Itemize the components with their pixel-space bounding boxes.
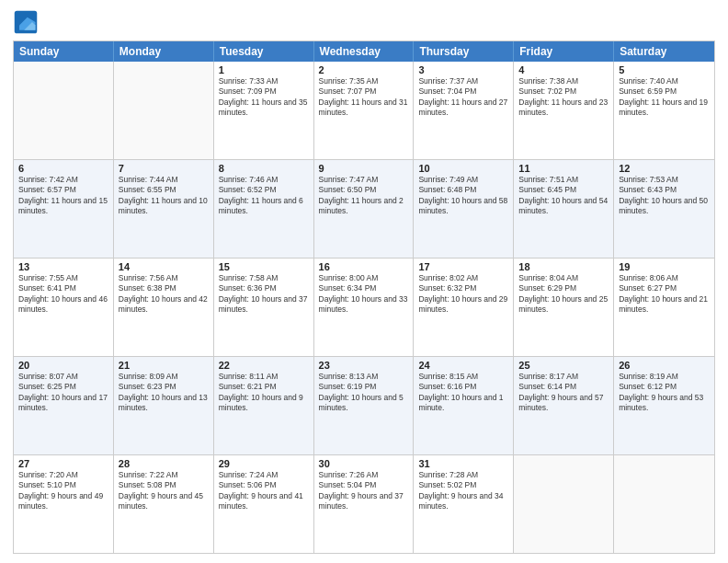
day-number: 26 (619, 360, 710, 371)
day-number: 24 (418, 360, 508, 371)
calendar-cell: 31Sunrise: 7:28 AM Sunset: 5:02 PM Dayli… (414, 455, 514, 553)
calendar-cell: 20Sunrise: 8:07 AM Sunset: 6:25 PM Dayli… (14, 357, 114, 454)
cell-info: Sunrise: 8:00 AM Sunset: 6:34 PM Dayligh… (319, 273, 409, 316)
day-number: 6 (18, 163, 108, 174)
cell-info: Sunrise: 8:13 AM Sunset: 6:19 PM Dayligh… (319, 372, 409, 414)
day-number: 17 (418, 261, 508, 272)
day-number: 9 (319, 163, 409, 174)
calendar-cell: 25Sunrise: 8:17 AM Sunset: 6:14 PM Dayli… (514, 357, 614, 454)
header-day-sunday: Sunday (14, 41, 114, 62)
calendar-row-3: 20Sunrise: 8:07 AM Sunset: 6:25 PM Dayli… (14, 357, 714, 455)
cell-info: Sunrise: 7:38 AM Sunset: 7:02 PM Dayligh… (518, 76, 609, 119)
cell-info: Sunrise: 7:46 AM Sunset: 6:52 PM Dayligh… (219, 175, 309, 217)
cell-info: Sunrise: 8:04 AM Sunset: 6:29 PM Dayligh… (518, 273, 609, 316)
calendar-cell: 8Sunrise: 7:46 AM Sunset: 6:52 PM Daylig… (214, 160, 314, 258)
day-number: 22 (219, 360, 309, 371)
calendar-cell: 7Sunrise: 7:44 AM Sunset: 6:55 PM Daylig… (114, 160, 214, 258)
day-number: 25 (518, 360, 609, 371)
calendar-row-2: 13Sunrise: 7:55 AM Sunset: 6:41 PM Dayli… (14, 259, 714, 357)
calendar-cell: 2Sunrise: 7:35 AM Sunset: 7:07 PM Daylig… (314, 62, 415, 159)
cell-info: Sunrise: 7:24 AM Sunset: 5:06 PM Dayligh… (219, 470, 309, 512)
calendar-cell: 12Sunrise: 7:53 AM Sunset: 6:43 PM Dayli… (614, 160, 714, 258)
logo-icon (13, 9, 39, 35)
day-number: 3 (418, 64, 508, 75)
cell-info: Sunrise: 8:09 AM Sunset: 6:23 PM Dayligh… (119, 372, 209, 414)
calendar-body: 1Sunrise: 7:33 AM Sunset: 7:09 PM Daylig… (14, 62, 714, 553)
day-number: 2 (319, 64, 409, 75)
cell-info: Sunrise: 7:58 AM Sunset: 6:36 PM Dayligh… (219, 273, 309, 316)
calendar-cell: 22Sunrise: 8:11 AM Sunset: 6:21 PM Dayli… (214, 357, 314, 454)
logo (13, 9, 42, 35)
day-number: 14 (119, 261, 209, 272)
day-number: 19 (619, 261, 710, 272)
calendar-cell: 26Sunrise: 8:19 AM Sunset: 6:12 PM Dayli… (614, 357, 714, 454)
calendar-row-0: 1Sunrise: 7:33 AM Sunset: 7:09 PM Daylig… (14, 62, 714, 160)
cell-info: Sunrise: 8:15 AM Sunset: 6:16 PM Dayligh… (418, 372, 508, 414)
calendar-cell (114, 62, 214, 159)
cell-info: Sunrise: 7:56 AM Sunset: 6:38 PM Dayligh… (119, 273, 209, 316)
calendar-cell: 13Sunrise: 7:55 AM Sunset: 6:41 PM Dayli… (14, 259, 114, 356)
calendar-cell: 30Sunrise: 7:26 AM Sunset: 5:04 PM Dayli… (314, 455, 415, 553)
cell-info: Sunrise: 8:17 AM Sunset: 6:14 PM Dayligh… (518, 372, 609, 414)
calendar-cell: 23Sunrise: 8:13 AM Sunset: 6:19 PM Dayli… (314, 357, 415, 454)
header-day-tuesday: Tuesday (214, 41, 314, 62)
day-number: 12 (619, 163, 710, 174)
header (13, 9, 715, 35)
day-number: 29 (219, 458, 309, 469)
cell-info: Sunrise: 7:55 AM Sunset: 6:41 PM Dayligh… (18, 273, 108, 316)
cell-info: Sunrise: 7:37 AM Sunset: 7:04 PM Dayligh… (418, 76, 508, 119)
day-number: 27 (18, 458, 108, 469)
day-number: 4 (518, 64, 609, 75)
calendar-cell: 27Sunrise: 7:20 AM Sunset: 5:10 PM Dayli… (14, 455, 114, 553)
calendar-cell: 3Sunrise: 7:37 AM Sunset: 7:04 PM Daylig… (414, 62, 514, 159)
calendar: SundayMondayTuesdayWednesdayThursdayFrid… (13, 40, 715, 554)
calendar-cell: 1Sunrise: 7:33 AM Sunset: 7:09 PM Daylig… (214, 62, 314, 159)
cell-info: Sunrise: 7:22 AM Sunset: 5:08 PM Dayligh… (119, 470, 209, 512)
cell-info: Sunrise: 7:20 AM Sunset: 5:10 PM Dayligh… (18, 470, 108, 512)
calendar-cell: 6Sunrise: 7:42 AM Sunset: 6:57 PM Daylig… (14, 160, 114, 258)
calendar-cell: 16Sunrise: 8:00 AM Sunset: 6:34 PM Dayli… (314, 259, 415, 356)
cell-info: Sunrise: 7:33 AM Sunset: 7:09 PM Dayligh… (219, 76, 309, 119)
day-number: 20 (18, 360, 108, 371)
day-number: 28 (119, 458, 209, 469)
calendar-cell: 28Sunrise: 7:22 AM Sunset: 5:08 PM Dayli… (114, 455, 214, 553)
cell-info: Sunrise: 8:19 AM Sunset: 6:12 PM Dayligh… (619, 372, 710, 414)
calendar-cell: 10Sunrise: 7:49 AM Sunset: 6:48 PM Dayli… (414, 160, 514, 258)
calendar-row-4: 27Sunrise: 7:20 AM Sunset: 5:10 PM Dayli… (14, 455, 714, 553)
cell-info: Sunrise: 7:35 AM Sunset: 7:07 PM Dayligh… (319, 76, 409, 119)
calendar-cell: 18Sunrise: 8:04 AM Sunset: 6:29 PM Dayli… (514, 259, 614, 356)
calendar-cell (614, 455, 714, 553)
cell-info: Sunrise: 8:06 AM Sunset: 6:27 PM Dayligh… (619, 273, 710, 316)
cell-info: Sunrise: 7:42 AM Sunset: 6:57 PM Dayligh… (18, 175, 108, 217)
cell-info: Sunrise: 7:47 AM Sunset: 6:50 PM Dayligh… (319, 175, 409, 217)
day-number: 23 (319, 360, 409, 371)
calendar-cell: 15Sunrise: 7:58 AM Sunset: 6:36 PM Dayli… (214, 259, 314, 356)
calendar-cell: 9Sunrise: 7:47 AM Sunset: 6:50 PM Daylig… (314, 160, 415, 258)
cell-info: Sunrise: 7:44 AM Sunset: 6:55 PM Dayligh… (119, 175, 209, 217)
day-number: 13 (18, 261, 108, 272)
calendar-cell: 24Sunrise: 8:15 AM Sunset: 6:16 PM Dayli… (414, 357, 514, 454)
calendar-cell: 19Sunrise: 8:06 AM Sunset: 6:27 PM Dayli… (614, 259, 714, 356)
day-number: 1 (219, 64, 309, 75)
cell-info: Sunrise: 7:28 AM Sunset: 5:02 PM Dayligh… (418, 470, 508, 512)
day-number: 15 (219, 261, 309, 272)
header-day-monday: Monday (114, 41, 214, 62)
day-number: 16 (319, 261, 409, 272)
calendar-cell: 29Sunrise: 7:24 AM Sunset: 5:06 PM Dayli… (214, 455, 314, 553)
page: SundayMondayTuesdayWednesdayThursdayFrid… (0, 0, 728, 563)
header-day-friday: Friday (514, 41, 614, 62)
day-number: 10 (418, 163, 508, 174)
header-day-saturday: Saturday (614, 41, 714, 62)
day-number: 11 (518, 163, 609, 174)
calendar-cell (14, 62, 114, 159)
calendar-cell: 4Sunrise: 7:38 AM Sunset: 7:02 PM Daylig… (514, 62, 614, 159)
cell-info: Sunrise: 7:40 AM Sunset: 6:59 PM Dayligh… (619, 76, 710, 119)
day-number: 8 (219, 163, 309, 174)
day-number: 18 (518, 261, 609, 272)
calendar-cell: 14Sunrise: 7:56 AM Sunset: 6:38 PM Dayli… (114, 259, 214, 356)
day-number: 5 (619, 64, 710, 75)
day-number: 7 (119, 163, 209, 174)
calendar-cell: 11Sunrise: 7:51 AM Sunset: 6:45 PM Dayli… (514, 160, 614, 258)
calendar-header: SundayMondayTuesdayWednesdayThursdayFrid… (14, 41, 714, 62)
cell-info: Sunrise: 8:07 AM Sunset: 6:25 PM Dayligh… (18, 372, 108, 414)
